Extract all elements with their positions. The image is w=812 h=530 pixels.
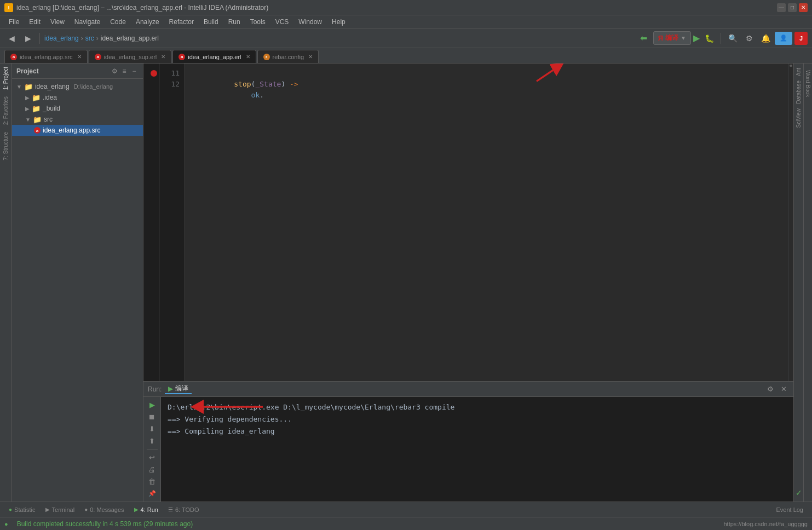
run-filter-btn[interactable]: 🖨	[146, 464, 159, 475]
notifications-button[interactable]: 🔔	[758, 31, 773, 45]
run-panel: Run: ▶ 编译 ⚙ ✕ ▶ ⏹ ⬇ ⬆ ↩	[143, 381, 793, 502]
breakpoint-11[interactable]	[151, 70, 157, 77]
maximize-button[interactable]: □	[788, 3, 797, 12]
run-wrap-btn[interactable]: ↩	[146, 452, 159, 463]
menu-run[interactable]: Run	[224, 17, 245, 27]
event-log-tab[interactable]: Event Log	[771, 504, 808, 515]
scroll-thumb[interactable]	[790, 65, 792, 67]
tab-sup[interactable]: a idea_erlang_sup.erl ✕	[89, 50, 172, 63]
run-panel-header: Run: ▶ 编译 ⚙ ✕	[143, 382, 793, 397]
left-tab-favorites[interactable]: 2: Favorites	[2, 93, 10, 128]
breadcrumb-file[interactable]: idea_erlang_app.erl	[101, 34, 159, 42]
ideaJ-button[interactable]: J	[794, 32, 808, 45]
right-tab-sciview[interactable]: SciView	[794, 106, 803, 130]
tab-icon-rebar: r	[263, 54, 270, 60]
menu-refactor[interactable]: Refactor	[165, 17, 198, 27]
run-tab-label: 编译	[175, 384, 188, 393]
code-editor: 11 12 stop(_State) -> ok.	[143, 64, 793, 381]
run-panel-settings-button[interactable]: ⚙	[765, 384, 776, 395]
menu-build[interactable]: Build	[199, 17, 223, 27]
right-tab-wordbook[interactable]: Word Book	[804, 66, 812, 101]
right-tab-ant[interactable]: Ant	[794, 66, 803, 78]
editor-scrollbar[interactable]	[788, 64, 793, 381]
tab-close-rebar[interactable]: ✕	[308, 54, 313, 60]
left-tab-project[interactable]: 1: Project	[2, 64, 10, 93]
statistic-icon: ●	[9, 506, 12, 512]
run-panel-close-button[interactable]: ✕	[778, 384, 789, 395]
ideaJ-icon: J	[799, 35, 803, 42]
menu-vcs[interactable]: VCS	[271, 17, 293, 27]
menu-tools[interactable]: Tools	[246, 17, 270, 27]
tree-item-root[interactable]: ▼ 📁 idea_erlang D:\idea_erlang	[12, 81, 143, 92]
tab-app-src[interactable]: a idea_erlang.app.src ✕	[4, 50, 88, 63]
gutter-line-12	[143, 79, 159, 90]
tree-chevron-build: ▶	[25, 106, 30, 112]
tab-label-app-src: idea_erlang.app.src	[20, 54, 73, 60]
tab-icon-sup: a	[95, 54, 101, 60]
right-tab-database[interactable]: Database	[794, 78, 803, 106]
run-scroll-end-btn[interactable]: ⬇	[146, 424, 159, 435]
tab-rebar[interactable]: r rebar.config ✕	[257, 50, 319, 63]
bottom-tab-run[interactable]: ▶ 4: Run	[130, 504, 163, 515]
search-button[interactable]: 🔍	[725, 31, 740, 45]
code-content[interactable]: stop(_State) -> ok.	[185, 64, 788, 381]
status-bar: ● Build completed successfully in 4 s 53…	[0, 517, 812, 530]
menu-code[interactable]: Code	[106, 17, 130, 27]
gutter-line-11	[143, 68, 159, 79]
settings-button[interactable]: ⚙	[742, 31, 756, 45]
bottom-tab-messages[interactable]: ● 0: Messages	[80, 504, 128, 515]
title-bar: I idea_erlang [D:\idea_erlang] – ...\src…	[0, 0, 812, 15]
panel-gear-button[interactable]: ⚙	[110, 67, 119, 76]
tree-item-build[interactable]: ▶ 📁 _build	[12, 103, 143, 114]
tree-label-src: src	[44, 116, 53, 123]
menu-bar: File Edit View Navigate Code Analyze Ref…	[0, 15, 812, 28]
forward-button[interactable]: ▶	[21, 31, 35, 45]
tab-label-sup: idea_erlang_sup.erl	[104, 54, 157, 60]
menu-help[interactable]: Help	[327, 17, 350, 27]
project-tree: ▼ 📁 idea_erlang D:\idea_erlang ▶ 📁 .idea…	[12, 79, 143, 502]
breadcrumb-project[interactable]: idea_erlang	[44, 34, 79, 42]
bottom-tab-statistic[interactable]: ● Statistic	[4, 504, 40, 515]
debug-button[interactable]: 🐛	[702, 31, 716, 45]
run-scroll-top-btn[interactable]: ⬆	[146, 436, 159, 447]
prev-nav-button[interactable]: ⬅	[637, 31, 651, 45]
folder-icon-root: 📁	[24, 83, 33, 91]
left-vertical-tab-bar: 1: Project 2: Favorites 7: Structure	[0, 64, 12, 502]
run-play-btn[interactable]: ▶	[146, 399, 159, 410]
menu-file[interactable]: File	[4, 17, 24, 27]
tab-close-app-src[interactable]: ✕	[77, 54, 82, 60]
run-tab-compile[interactable]: ▶ 编译	[165, 384, 192, 394]
tab-app-erl[interactable]: a idea_erlang_app.erl ✕	[172, 50, 256, 63]
tab-close-app-erl[interactable]: ✕	[246, 54, 250, 60]
toolbar-separator-2	[721, 33, 721, 44]
run-config-dropdown[interactable]: Я 编译 ▼	[653, 31, 691, 45]
tree-path-root: D:\idea_erlang	[74, 83, 113, 90]
tree-item-src[interactable]: ▼ 📁 src	[12, 114, 143, 125]
run-pin-btn[interactable]: 📌	[146, 488, 159, 499]
minimize-button[interactable]: —	[777, 3, 786, 12]
run-play-button[interactable]: ▶	[693, 33, 700, 43]
tab-label-rebar: rebar.config	[273, 54, 304, 60]
menu-window[interactable]: Window	[294, 17, 326, 27]
user-avatar[interactable]: 👤	[775, 32, 792, 45]
bottom-tab-terminal[interactable]: ▶ Terminal	[41, 504, 79, 515]
close-button[interactable]: ✕	[799, 3, 808, 12]
panel-cog-button[interactable]: ≡	[120, 67, 129, 76]
run-stop-btn[interactable]: ⏹	[146, 411, 159, 422]
tab-close-sup[interactable]: ✕	[161, 54, 165, 60]
back-button[interactable]: ◀	[4, 31, 19, 45]
tree-item-idea[interactable]: ▶ 📁 .idea	[12, 92, 143, 103]
bottom-tab-bar: ● Statistic ▶ Terminal ● 0: Messages ▶ 4…	[0, 502, 812, 517]
panel-settings-button[interactable]: −	[130, 67, 139, 76]
run-trash-btn[interactable]: 🗑	[146, 476, 159, 487]
menu-analyze[interactable]: Analyze	[131, 17, 164, 27]
breadcrumb-src[interactable]: src	[85, 34, 94, 42]
line-num-12: 12	[160, 79, 180, 90]
menu-edit[interactable]: Edit	[25, 17, 45, 27]
left-tab-structure[interactable]: 7: Structure	[2, 129, 10, 164]
menu-navigate[interactable]: Navigate	[70, 17, 105, 27]
menu-view[interactable]: View	[46, 17, 69, 27]
tree-item-app-src[interactable]: a idea_erlang.app.src	[12, 125, 143, 136]
bottom-tab-todo[interactable]: ☰ 6: TODO	[164, 504, 204, 515]
status-check-icon: ●	[4, 521, 8, 527]
